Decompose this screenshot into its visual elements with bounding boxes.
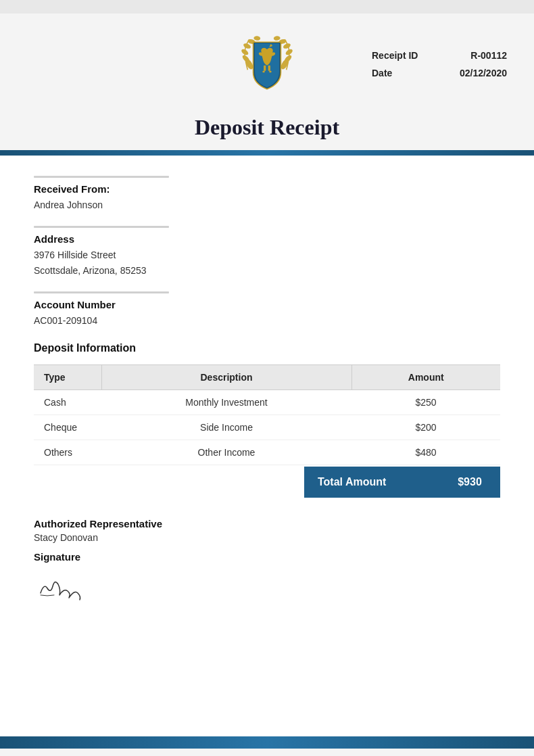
- svg-rect-12: [264, 66, 266, 71]
- authorized-label: Authorized Representative: [34, 518, 500, 529]
- signature-image: [34, 568, 500, 609]
- signature-label: Signature: [34, 551, 500, 563]
- row-type: Others: [34, 440, 101, 465]
- table-row: Cash Monthly Investment $250: [34, 389, 500, 415]
- col-description-header: Description: [101, 364, 351, 389]
- logo-area: [162, 34, 372, 95]
- receipt-page: Receipt ID R-00112 Date 02/12/2020 Depos…: [0, 14, 534, 756]
- date-value: 02/12/2020: [460, 68, 507, 78]
- page-number: 1: [0, 749, 534, 756]
- address-group: Address 3976 Hillside Street Scottsdale,…: [34, 226, 500, 278]
- svg-rect-14: [262, 71, 264, 72]
- row-type: Cheque: [34, 415, 101, 440]
- account-group: Account Number AC001-209104: [34, 291, 500, 328]
- deposit-info-title: Deposit Information: [34, 342, 500, 354]
- total-value: $930: [439, 467, 500, 498]
- address-label: Address: [34, 233, 500, 245]
- address-line2: Scottsdale, Arizona, 85253: [34, 263, 500, 278]
- row-description: Side Income: [101, 415, 351, 440]
- col-amount-header: Amount: [351, 364, 500, 389]
- total-row: Total Amount $930: [34, 467, 500, 498]
- date-row: Date 02/12/2020: [372, 68, 507, 78]
- row-amount: $480: [351, 440, 500, 465]
- table-row: Cheque Side Income $200: [34, 415, 500, 440]
- total-box: Total Amount $930: [304, 467, 500, 498]
- content-section: Received From: Andrea Johnson Address 39…: [0, 156, 534, 736]
- row-amount: $250: [351, 389, 500, 415]
- row-description: Monthly Investment: [101, 389, 351, 415]
- table-row: Others Other Income $480: [34, 440, 500, 465]
- receipt-id-label: Receipt ID: [372, 50, 418, 61]
- header-section: Receipt ID R-00112 Date 02/12/2020: [0, 14, 534, 108]
- row-type: Cash: [34, 389, 101, 415]
- address-line1: 3976 Hillside Street: [34, 247, 500, 262]
- authorized-section: Authorized Representative Stacy Donovan …: [34, 518, 500, 609]
- bottom-blue-bar: [0, 736, 534, 749]
- row-amount: $200: [351, 415, 500, 440]
- page-title: Deposit Receipt: [0, 115, 534, 140]
- received-from-value: Andrea Johnson: [34, 197, 500, 212]
- date-label: Date: [372, 68, 392, 78]
- svg-point-11: [274, 36, 281, 41]
- deposit-section: Deposit Information Type Description Amo…: [34, 342, 500, 498]
- receipt-meta: Receipt ID R-00112 Date 02/12/2020: [372, 50, 507, 78]
- company-logo: [237, 34, 297, 95]
- received-from-label: Received From:: [34, 183, 500, 195]
- top-blue-bar: [0, 150, 534, 156]
- col-type-header: Type: [34, 364, 101, 389]
- deposit-table: Type Description Amount Cash Monthly Inv…: [34, 364, 500, 465]
- field-divider: [34, 176, 169, 178]
- svg-point-5: [253, 36, 260, 41]
- authorized-name: Stacy Donovan: [34, 532, 500, 543]
- total-label: Total Amount: [304, 467, 439, 498]
- svg-rect-13: [268, 66, 270, 71]
- svg-rect-15: [269, 71, 271, 72]
- field-divider-2: [34, 226, 169, 228]
- signature-svg: [34, 569, 101, 607]
- receipt-id-value: R-00112: [470, 50, 507, 61]
- field-divider-3: [34, 291, 169, 293]
- account-number-value: AC001-209104: [34, 313, 500, 328]
- account-number-label: Account Number: [34, 299, 500, 310]
- receipt-id-row: Receipt ID R-00112: [372, 50, 507, 61]
- received-from-group: Received From: Andrea Johnson: [34, 176, 500, 212]
- row-description: Other Income: [101, 440, 351, 465]
- title-section: Deposit Receipt: [0, 108, 534, 150]
